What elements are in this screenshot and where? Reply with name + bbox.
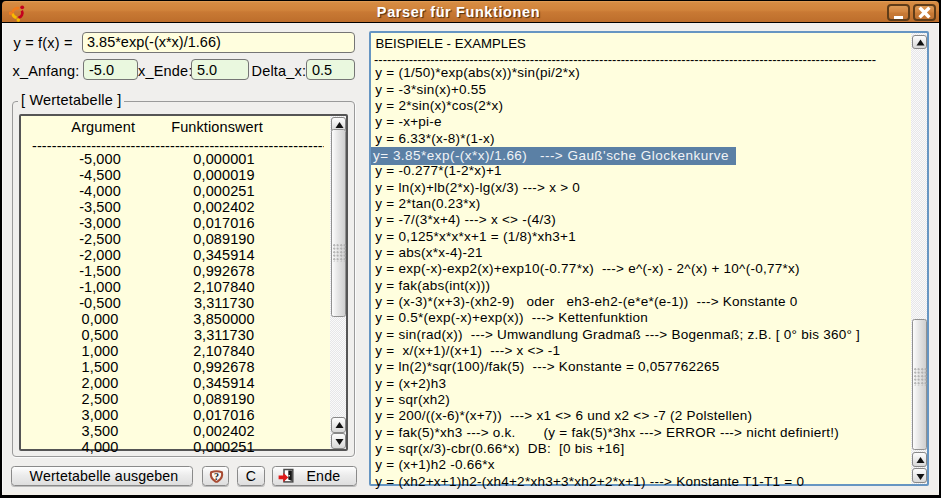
svg-text:?: ? [213, 471, 218, 482]
